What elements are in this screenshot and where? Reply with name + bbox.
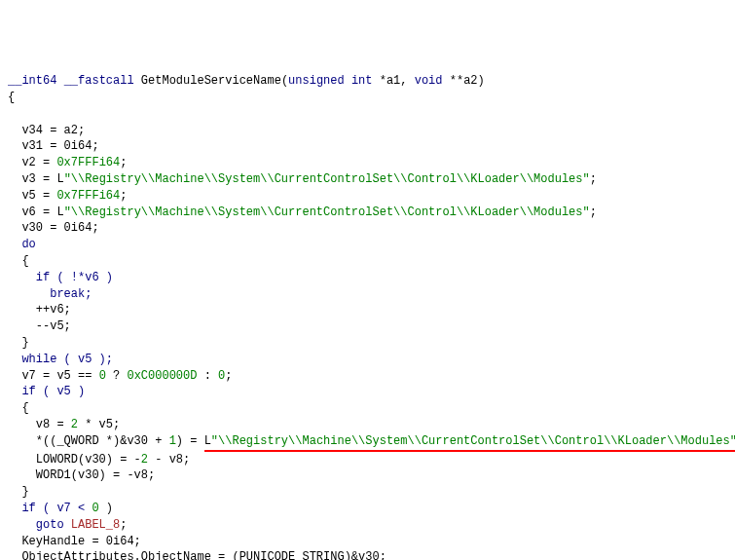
fn-name: GetModuleServiceName bbox=[141, 74, 281, 88]
code-label: v5 = bbox=[8, 189, 56, 203]
code-label: v8 = bbox=[8, 418, 71, 431]
code-line: v31 = 0i64; bbox=[8, 139, 99, 153]
op: - v8; bbox=[148, 453, 190, 467]
code-line: --v5; bbox=[8, 319, 71, 333]
const: 0xC000000D bbox=[127, 369, 197, 383]
calling-conv: __fastcall bbox=[64, 74, 134, 88]
code-line: ObjectAttributes.ObjectName = (PUNICODE_… bbox=[8, 550, 386, 560]
semi: ; bbox=[120, 518, 127, 532]
goto-keyword: goto bbox=[8, 518, 71, 532]
brace: } bbox=[8, 336, 29, 350]
p2-type: void bbox=[415, 74, 443, 88]
code-label: LOWORD(v30) = - bbox=[8, 453, 141, 467]
semi: ; bbox=[590, 205, 597, 219]
paren: ) bbox=[106, 502, 113, 515]
const: 2 bbox=[141, 453, 148, 467]
p1-type: unsigned int bbox=[288, 74, 372, 88]
const: 0 bbox=[92, 502, 98, 515]
code-line: ++v6; bbox=[8, 303, 71, 317]
registry-path: "\\Registry\\Machine\\System\\CurrentCon… bbox=[64, 172, 590, 186]
const: 1 bbox=[169, 434, 176, 448]
semi: ; bbox=[590, 172, 597, 186]
const: 0x7FFFi64 bbox=[56, 156, 120, 169]
code-label: v6 = bbox=[8, 205, 56, 219]
semi: ; bbox=[225, 369, 232, 383]
code-line: v34 = a2; bbox=[8, 124, 85, 137]
label8: LABEL_8 bbox=[71, 518, 120, 532]
if-keyword: if ( v5 ) bbox=[8, 385, 85, 398]
p2-name: **a2 bbox=[450, 74, 478, 88]
op: ? bbox=[106, 369, 128, 383]
L-prefix: L bbox=[56, 205, 63, 219]
semi: ; bbox=[120, 189, 127, 203]
op: : bbox=[197, 369, 218, 383]
highlighted-path: L"\\Registry\\Machine\\System\\CurrentCo… bbox=[204, 433, 735, 452]
p1-name: *a1 bbox=[380, 74, 401, 88]
while-keyword: while ( v5 ); bbox=[8, 353, 113, 366]
code-label: v7 = v5 == bbox=[8, 369, 99, 383]
registry-path: "\\Registry\\Machine\\System\\CurrentCon… bbox=[64, 205, 590, 219]
code-line: KeyHandle = 0i64; bbox=[8, 535, 141, 548]
code-label: v3 = bbox=[8, 172, 56, 186]
registry-path: "\\Registry\\Machine\\System\\CurrentCon… bbox=[211, 434, 735, 448]
if-keyword: if ( v7 < bbox=[8, 502, 92, 515]
code-label: *((_QWORD *)&v30 + bbox=[8, 434, 169, 448]
return-type: __int64 bbox=[8, 74, 56, 88]
op: ) = bbox=[176, 434, 204, 448]
do-keyword: do bbox=[8, 238, 36, 251]
const: 0 bbox=[99, 369, 106, 383]
const: 2 bbox=[71, 418, 78, 431]
if-keyword: if ( !*v6 ) bbox=[8, 271, 113, 284]
const: 0x7FFFi64 bbox=[56, 189, 120, 203]
op: * v5; bbox=[78, 418, 120, 431]
code-line: WORD1(v30) = -v8; bbox=[8, 468, 155, 482]
L-prefix: L bbox=[204, 434, 211, 448]
break-keyword: break; bbox=[8, 287, 92, 301]
brace: { bbox=[8, 254, 29, 268]
code-label: v2 = bbox=[8, 156, 56, 169]
code-line: v30 = 0i64; bbox=[8, 221, 99, 235]
L-prefix: L bbox=[56, 172, 63, 186]
brace: } bbox=[8, 485, 29, 499]
semi: ; bbox=[120, 156, 127, 169]
brace: { bbox=[8, 401, 29, 415]
